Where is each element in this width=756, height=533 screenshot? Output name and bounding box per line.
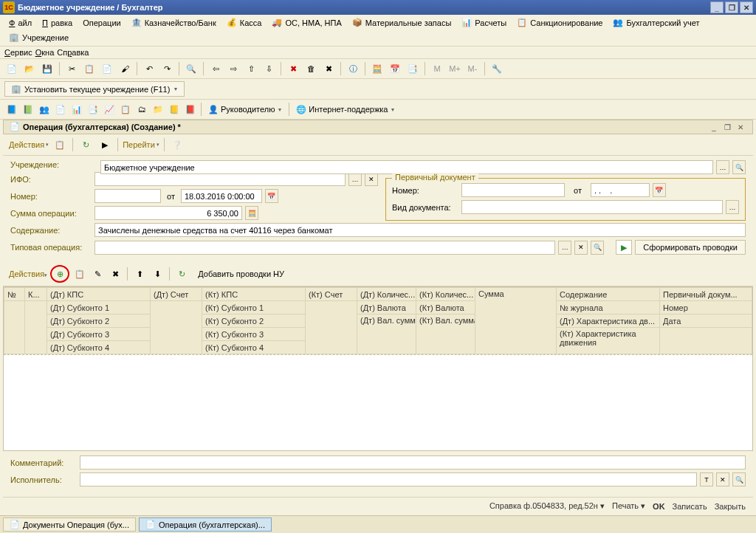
comment-input[interactable] [80,455,746,470]
mplus-icon[interactable]: M+ [447,61,462,76]
save-button[interactable]: Записать [673,502,707,511]
mod-icon-12[interactable]: 📕 [183,102,198,117]
close-link[interactable]: Закрыть [715,502,746,511]
date-input[interactable] [181,189,262,203]
copy-row-icon[interactable]: 📋 [72,267,87,281]
mod-icon-8[interactable]: 📋 [118,102,133,117]
task-1[interactable]: 📄Документы Операция (бух... [3,517,136,532]
undo-icon[interactable]: ↶ [142,61,157,76]
nav-back-icon[interactable]: ⇦ [208,61,223,76]
copy-icon[interactable]: 📋 [82,61,97,76]
actions-dropdown[interactable]: Действия▾ [9,140,49,149]
nav-down-icon[interactable]: ⇩ [261,61,276,76]
col-pd[interactable]: Первичный докум... [660,288,752,301]
nav-up-icon[interactable]: ⇧ [244,61,258,76]
col-content[interactable]: Содержание [557,288,660,301]
mod-icon-10[interactable]: 📁 [151,102,165,117]
menu-edit[interactable]: Правка [38,17,77,29]
ok-button[interactable]: OK [653,502,665,511]
delete-icon[interactable]: 🗑 [303,61,318,76]
mod-icon-2[interactable]: 📗 [21,102,35,117]
doc-close-icon[interactable]: ✕ [735,122,746,132]
col-kt-qty[interactable]: (Кт) Количес... [416,288,475,301]
menu-ops[interactable]: Операции [78,17,125,29]
add-npu-link[interactable]: Добавить проводки НУ [198,269,284,278]
calendar-icon[interactable]: 📅 [388,61,402,76]
typical-search-button[interactable]: 🔍 [591,241,604,255]
mod-icon-6[interactable]: 📑 [86,102,100,117]
add-row-icon[interactable]: ⊕ [52,267,67,281]
list-icon[interactable]: 📑 [405,61,420,76]
mminus-icon[interactable]: M- [465,61,480,76]
menu-help[interactable]: Справка [57,48,89,57]
print-link[interactable]: Печать ▾ [612,501,645,511]
manager-dropdown[interactable]: 👤Руководителю▼ [205,103,286,116]
mod-icon-4[interactable]: 📄 [53,102,68,117]
redo-icon[interactable]: ↷ [159,61,174,76]
calc-icon[interactable]: 🧮 [370,61,385,76]
col-kt-kps[interactable]: (Кт) КПС [202,288,306,301]
mod-icon-1[interactable]: 📘 [4,102,19,117]
col-sum[interactable]: Сумма [475,288,557,354]
col-num[interactable]: № [4,288,25,301]
menu-os[interactable]: 🚚ОС, НМА, НПА [267,16,346,30]
menu-uchr[interactable]: 🏢Учреждение [4,31,73,44]
table-actions-dropdown[interactable]: Действия▾ [9,269,47,278]
pd-type-input[interactable] [461,200,723,214]
mod-icon-9[interactable]: 🗂 [134,102,149,117]
number-input[interactable] [94,189,161,203]
mod-icon-5[interactable]: 📊 [69,102,84,117]
typical-input[interactable] [94,241,555,255]
task-2[interactable]: 📄Операция (бухгалтерская)... [139,517,272,532]
new-icon[interactable]: 📄 [4,61,19,76]
typical-clear-button[interactable]: ✕ [574,241,588,255]
pd-number-input[interactable] [461,183,565,197]
mark-icon[interactable]: ✖ [321,61,336,76]
paste-icon[interactable]: 📄 [100,61,114,76]
nav-fwd-icon[interactable]: ⇨ [226,61,241,76]
col-kt-acct[interactable]: (Кт) Счет [306,288,357,301]
mod-icon-7[interactable]: 📈 [102,102,117,117]
menu-mat[interactable]: 📦Материальные запасы [348,16,456,30]
col-dt-acct[interactable]: (Дт) Счет [151,288,202,301]
calc-button[interactable]: 🧮 [245,206,258,220]
refresh-table-icon[interactable]: ↻ [174,267,189,281]
col-k[interactable]: К... [25,288,47,301]
institution-search-button[interactable]: 🔍 [732,160,746,174]
executor-input[interactable] [80,472,697,486]
open-icon[interactable]: 📂 [22,61,37,76]
goto-dropdown[interactable]: Перейти▾ [123,140,159,149]
doc-restore-icon[interactable]: ❐ [721,122,733,132]
pd-date-button[interactable]: 📅 [653,183,666,197]
edit-row-icon[interactable]: ✎ [90,267,105,281]
date-picker-button[interactable]: 📅 [265,189,278,203]
generate-entries-button[interactable]: Сформировать проводки [635,240,746,255]
run-icon[interactable]: ▶ [97,137,113,152]
mod-icon-11[interactable]: 📒 [167,102,182,117]
typical-select-button[interactable]: … [558,241,571,255]
institution-select-button[interactable]: … [716,160,729,174]
col-dt-kps[interactable]: (Дт) КПС [47,288,151,301]
menu-sank[interactable]: 📋Санкционирование [512,16,607,30]
doc-minimize-icon[interactable]: _ [708,122,720,132]
sum-input[interactable] [94,206,242,220]
col-dt-qty[interactable]: (Дт) Количес... [357,288,416,301]
help-link[interactable]: Справка ф.0504833, ред.52н ▾ [489,501,605,511]
content-input[interactable] [94,223,746,237]
pd-date-input[interactable] [591,183,650,197]
restore-button[interactable]: ❐ [725,1,738,13]
save-icon[interactable]: 💾 [40,61,55,76]
refresh-icon[interactable]: ↻ [78,137,94,152]
entries-grid[interactable]: № К... (Дт) КПС (Дт) Счет (Кт) КПС (Кт) … [3,286,753,451]
executor-search-button[interactable]: 🔍 [732,472,746,486]
play-button[interactable]: ▶ [616,240,632,255]
delete-row-icon[interactable]: ✖ [108,267,123,281]
approve-icon[interactable]: 📋 [52,137,68,152]
executor-text-button[interactable]: T [700,472,713,486]
brush-icon[interactable]: 🖌 [117,61,132,76]
m-icon[interactable]: M [430,61,444,76]
minimize-button[interactable]: _ [710,1,724,13]
move-down-icon[interactable]: ⬇ [150,267,165,281]
menu-calc[interactable]: 📊Расчеты [457,16,511,30]
close-button[interactable]: ✕ [740,1,753,13]
